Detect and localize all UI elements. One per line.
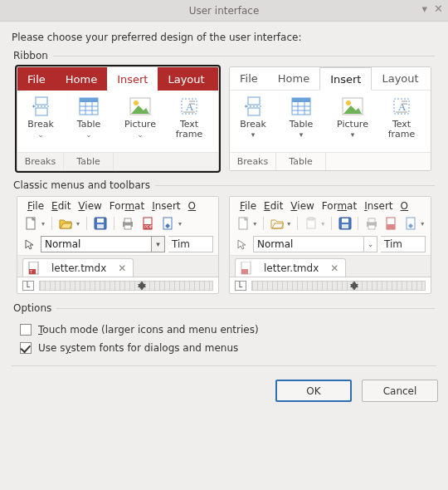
- chevron-down-icon: ▾: [299, 130, 304, 139]
- chevron-down-icon: ⌄: [363, 237, 377, 252]
- classic-preview-color[interactable]: File Edit View Format Insert O ▾ ▾: [17, 196, 219, 294]
- cancel-button[interactable]: Cancel: [362, 380, 438, 402]
- save-icon: [92, 215, 109, 232]
- tab-insert: Insert: [319, 67, 372, 91]
- svg-rect-53: [368, 218, 375, 223]
- ok-button[interactable]: OK: [275, 380, 352, 402]
- menu-format: Format: [106, 199, 148, 213]
- page-break-icon: [241, 96, 265, 117]
- tab-home: Home: [56, 67, 107, 91]
- ribbon-group-table: Table: [64, 153, 114, 170]
- toolbar: ▾ ▾ PDF ▾: [17, 213, 218, 233]
- option-system-fonts-label: Use system fonts for dialogs and menus: [38, 342, 238, 354]
- epub-export-icon: [402, 215, 418, 232]
- svg-point-10: [134, 100, 139, 105]
- ruler-corner: L: [22, 281, 34, 291]
- chevron-down-icon: ▾: [251, 130, 256, 139]
- ribbon-item-picture: Picture ▾: [326, 91, 379, 152]
- menu-edit: Edit: [261, 199, 286, 213]
- new-doc-icon: [235, 215, 251, 232]
- checkbox[interactable]: [20, 324, 32, 336]
- tab-home: Home: [268, 67, 319, 90]
- chevron-down-icon: ▾: [319, 220, 326, 228]
- menu-file: File: [236, 199, 260, 213]
- document-tab-label: letter.tmdx: [51, 262, 106, 274]
- close-icon: ✕: [118, 262, 126, 274]
- picture-icon: [129, 96, 152, 117]
- epub-export-icon: [159, 215, 176, 232]
- option-touch-mode-label: Touch mode (larger icons and menu entrie…: [38, 324, 259, 336]
- font-select: Tim: [168, 236, 213, 252]
- ribbon-item-textframe: A Textframe: [167, 91, 212, 152]
- ribbon-item-table: Table ▾: [276, 91, 326, 152]
- menu-edit: Edit: [48, 199, 74, 213]
- chevron-down-icon: ▾: [40, 220, 46, 228]
- svg-text:A: A: [398, 100, 407, 113]
- picture-icon: [341, 96, 364, 117]
- menu-file: File: [24, 199, 47, 213]
- chevron-down-icon: ▾: [351, 130, 355, 139]
- svg-rect-37: [124, 218, 131, 223]
- window-minimize-icon[interactable]: ▾: [422, 3, 428, 14]
- table-icon: [290, 96, 313, 117]
- ribbon-item-table: Table ⌄: [64, 91, 114, 152]
- svg-rect-54: [368, 225, 375, 229]
- menu-insert: Insert: [149, 199, 183, 213]
- chevron-down-icon: ▾: [177, 220, 183, 228]
- svg-rect-56: [387, 224, 395, 229]
- options-group: Options Touch mode (larger icons and men…: [12, 302, 436, 359]
- ribbon-group-breaks: Breaks: [17, 153, 64, 170]
- table-icon: [77, 96, 100, 117]
- classic-preview-light[interactable]: File Edit View Format Insert O ▾ ▾ ▾: [229, 196, 431, 294]
- svg-rect-51: [342, 224, 348, 228]
- tab-file: File: [17, 67, 56, 91]
- option-touch-mode[interactable]: Touch mode (larger icons and menu entrie…: [20, 321, 428, 339]
- chevron-down-icon: ▾: [75, 220, 81, 228]
- window-title: User interface: [189, 5, 260, 17]
- document-icon: [241, 262, 252, 275]
- svg-rect-4: [80, 98, 98, 102]
- open-folder-icon: [57, 215, 74, 232]
- ribbon-group-breaks: Breaks: [230, 153, 276, 170]
- svg-rect-0: [36, 97, 47, 105]
- cursor-icon: [22, 237, 37, 252]
- svg-rect-17: [248, 108, 260, 115]
- svg-rect-38: [124, 225, 131, 229]
- document-tab-label: letter.tmdx: [264, 262, 319, 274]
- ribbon-group: Ribbon File Home Insert Layout Break: [12, 50, 436, 173]
- ribbon-tabs: File Home Insert Layout: [17, 67, 218, 91]
- window-close-icon[interactable]: ✕: [434, 3, 443, 14]
- menu-format: Format: [319, 199, 360, 213]
- svg-rect-16: [248, 97, 260, 105]
- titlebar: User interface ▾ ✕: [0, 0, 448, 22]
- chevron-down-icon: ⌄: [85, 130, 92, 139]
- new-doc-icon: [22, 215, 39, 232]
- menu-more: O: [185, 199, 199, 213]
- checkbox[interactable]: [20, 342, 32, 354]
- svg-rect-35: [97, 224, 104, 228]
- tab-layout: Layout: [158, 67, 214, 91]
- horizontal-ruler: [39, 281, 213, 291]
- menu-insert: Insert: [361, 199, 396, 213]
- chevron-down-icon: ▾: [419, 220, 426, 228]
- ribbon-group-table: Table: [276, 153, 326, 170]
- menu-view: View: [75, 199, 105, 213]
- chevron-down-icon: ⌄: [137, 130, 144, 139]
- close-icon: ✕: [330, 262, 338, 274]
- intro-text: Please choose your preferred design of t…: [12, 32, 436, 43]
- print-icon: [119, 215, 136, 232]
- save-icon: [337, 215, 353, 232]
- chevron-down-icon: ▾: [251, 220, 258, 228]
- page-break-icon: [29, 96, 52, 117]
- pdf-export-icon: [383, 215, 399, 232]
- dialog-buttons: OK Cancel: [0, 373, 448, 410]
- svg-text:PDF: PDF: [144, 224, 153, 229]
- ribbon-preview-light[interactable]: File Home Insert Layout Break ▾: [229, 66, 431, 171]
- classic-legend: Classic menus and toolbars: [13, 179, 150, 191]
- ribbon-item-textframe: A Textframe: [379, 91, 424, 152]
- menubar: File Edit View Format Insert O: [17, 197, 218, 213]
- ribbon-preview-color[interactable]: File Home Insert Layout Break ⌄: [17, 66, 219, 171]
- ribbon-tabs: File Home Insert Layout: [230, 67, 431, 91]
- option-system-fonts[interactable]: Use system fonts for dialogs and menus: [20, 339, 428, 357]
- print-icon: [363, 215, 379, 232]
